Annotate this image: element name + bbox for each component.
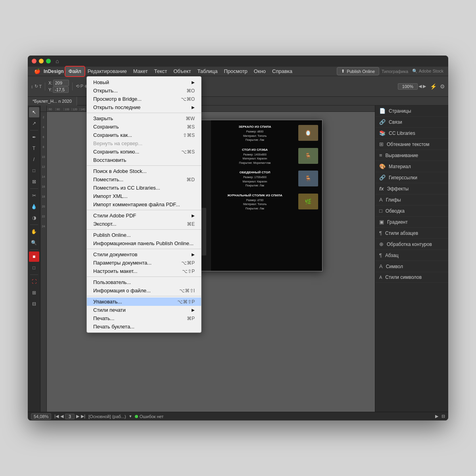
minimize-button[interactable] — [39, 59, 44, 63]
next-page-btn[interactable]: ▶ — [76, 414, 79, 419]
menu-saveas[interactable]: Сохранить как... ⇧⌘S — [87, 131, 201, 139]
zoom-display[interactable]: 54,08% — [31, 413, 51, 420]
panel-paragraph[interactable]: ¶ Абзац — [375, 250, 448, 261]
menu-package[interactable]: Упаковать... ⌥⌘⇧P — [87, 298, 201, 306]
menu-bridge[interactable]: Просмотр в Bridge... ⌥⌘O — [87, 95, 201, 103]
panel-effects[interactable]: fx Эффекты — [375, 183, 448, 194]
right-panel: 📄 Страницы 🔗 Связи 📚 CC Libraries ⊞ Обте… — [375, 106, 448, 412]
pen-tool[interactable]: ✒ — [29, 132, 39, 142]
menu-recent[interactable]: Открыть последние ▶ — [87, 103, 201, 111]
menu-setuplayout[interactable]: Настроить макет... ⌥⇧P — [87, 267, 201, 275]
direct-select-tool[interactable]: ↗ — [29, 118, 39, 129]
panel-hyperlinks[interactable]: 🔗 Гиперссылки — [375, 172, 448, 183]
menu-importpdf[interactable]: Импорт комментариев файла PDF... — [87, 200, 201, 209]
fill-tool[interactable]: ■ — [29, 251, 39, 262]
menu-docstyles[interactable]: Стили документов ▶ — [87, 250, 201, 259]
menu-docparams-shortcut: ⌥⌘P — [181, 260, 195, 266]
prev-page-btn[interactable]: ◀ — [60, 414, 63, 419]
scroll-right[interactable]: ▶ — [435, 414, 438, 419]
x-input[interactable] — [53, 80, 69, 86]
panel-align[interactable]: ≡ Выравнивание — [375, 150, 448, 161]
help-menu[interactable]: Справка — [269, 67, 296, 76]
line-tool[interactable]: / — [29, 154, 39, 165]
menu-adobepdf[interactable]: Стили Adobe PDF ▶ — [87, 211, 201, 220]
menu-savecopy[interactable]: Сохранить копию... ⌥⌘S — [87, 148, 201, 156]
menu-new[interactable]: Новый ▶ — [87, 78, 201, 86]
window-menu[interactable]: Окно — [251, 67, 269, 76]
preview-tool[interactable]: ⛶ — [29, 276, 39, 287]
product-image-3: 🪑 — [298, 171, 318, 186]
type-tool[interactable]: T — [29, 143, 39, 154]
rectangle-tool[interactable]: □ — [29, 165, 39, 176]
home-icon[interactable]: ⌂ — [56, 58, 59, 64]
menu-printstyles[interactable]: Стили печати ▶ — [87, 306, 201, 314]
panel-pages[interactable]: 📄 Страницы — [375, 106, 448, 117]
panel-char-styles[interactable]: A Стили символов — [375, 272, 448, 283]
panel-pathfinder[interactable]: ⊕ Обработка контуров — [375, 239, 448, 250]
menu-close[interactable]: Закрыть ⌘W — [87, 114, 201, 123]
frame-tool[interactable]: ⊠ — [29, 177, 39, 187]
menu-importxml[interactable]: Импорт XML... — [87, 192, 201, 200]
panel-toggle[interactable]: ⚡ — [430, 83, 437, 90]
menu-save[interactable]: Сохранить ⌘S — [87, 123, 201, 131]
menu-restore[interactable]: Восстановить — [87, 156, 201, 164]
zoom-tool[interactable]: 🔍 — [29, 238, 39, 248]
eyedropper-tool[interactable]: 💧 — [29, 202, 39, 212]
menu-open[interactable]: Открыть... ⌘O — [87, 86, 201, 95]
scissors-tool[interactable]: ✂ — [29, 190, 39, 201]
typography-select[interactable]: Типографика — [382, 69, 408, 74]
select-tool[interactable]: ↖ — [29, 107, 39, 117]
errors-dropdown[interactable]: ▾ — [129, 414, 132, 419]
maximize-button[interactable] — [46, 59, 51, 63]
panel-glyphs[interactable]: A Глифы — [375, 194, 448, 205]
menu-placecc[interactable]: Поместить из CC Libraries... — [87, 184, 201, 192]
apple-menu[interactable]: 🍎 — [31, 67, 44, 76]
panel-text-wrap[interactable]: ⊞ Обтекание текстом — [375, 139, 448, 150]
pages-icon: 📄 — [379, 108, 386, 114]
page-number-input[interactable] — [65, 414, 75, 419]
panel-resize[interactable]: ⊟ — [441, 414, 445, 419]
stroke-tool[interactable]: □ — [29, 263, 39, 273]
menu-print[interactable]: Печать... ⌘P — [87, 314, 201, 322]
menu-place[interactable]: Поместить... ⌘D — [87, 175, 201, 184]
layout-menu[interactable]: Макет — [130, 67, 151, 76]
panel-para-styles[interactable]: ¶ Стили абзацев — [375, 228, 448, 239]
extra-tool[interactable]: ⊟ — [29, 299, 39, 309]
product-details-1: Размер: d600 Материал: Тополь Покрытие: … — [215, 130, 295, 142]
object-menu[interactable]: Объект — [170, 67, 194, 76]
menu-user[interactable]: Пользователь... — [87, 278, 201, 286]
panel-cc-libraries[interactable]: 📚 CC Libraries — [375, 128, 448, 139]
publish-online-button[interactable]: ⬆ Publish Online — [337, 67, 379, 75]
menu-publishonline[interactable]: Publish Online... — [87, 231, 201, 239]
table-menu[interactable]: Таблица — [194, 67, 221, 76]
edit-menu[interactable]: Редактирование — [84, 67, 130, 76]
panel-material[interactable]: 🎨 Материал — [375, 161, 448, 172]
panel-stroke[interactable]: □ Обводка — [375, 205, 448, 217]
menu-publishonlineinfo[interactable]: Информационная панель Publish Online... — [87, 239, 201, 248]
view-menu[interactable]: Просмотр — [221, 67, 250, 76]
close-button[interactable] — [32, 59, 36, 63]
text-menu[interactable]: Текст — [151, 67, 170, 76]
hand-tool[interactable]: ✋ — [29, 226, 39, 237]
menu-adobepdf-label: Стили Adobe PDF — [93, 213, 136, 219]
y-input[interactable] — [53, 86, 69, 93]
menu-docparams[interactable]: Параметры документа... ⌥⌘P — [87, 259, 201, 267]
file-menu[interactable]: Файл — [65, 67, 84, 76]
zoom-controls[interactable]: ◀ ▶ — [418, 84, 426, 89]
panel-links[interactable]: 🔗 Связи — [375, 117, 448, 128]
zoom-input[interactable] — [398, 83, 418, 90]
last-page-btn[interactable]: ▶| — [81, 414, 85, 419]
menu-export[interactable]: Экспорт... ⌘E — [87, 220, 201, 228]
menu-savecopy-label: Сохранить копию... — [93, 149, 139, 155]
first-page-btn[interactable]: |◀ — [54, 414, 59, 419]
stock-search[interactable]: 🔍 Adobe Stock — [412, 69, 443, 74]
document-tab[interactable]: *Буклет_Н... n 2020 — [28, 97, 77, 106]
mode-tool[interactable]: ⊞ — [29, 288, 39, 298]
panel-character[interactable]: A Символ — [375, 261, 448, 272]
menu-printbooklet[interactable]: Печать буклета... — [87, 322, 201, 331]
settings-icon[interactable]: ⚙ — [440, 83, 445, 90]
panel-gradient[interactable]: ▣ Градиент — [375, 217, 448, 228]
menu-stock[interactable]: Поиск в Adobe Stock... — [87, 167, 201, 175]
menu-fileinfo[interactable]: Информация о файле... ⌥⌘⇧I — [87, 286, 201, 295]
gradient-tool[interactable]: ◑ — [29, 213, 39, 223]
